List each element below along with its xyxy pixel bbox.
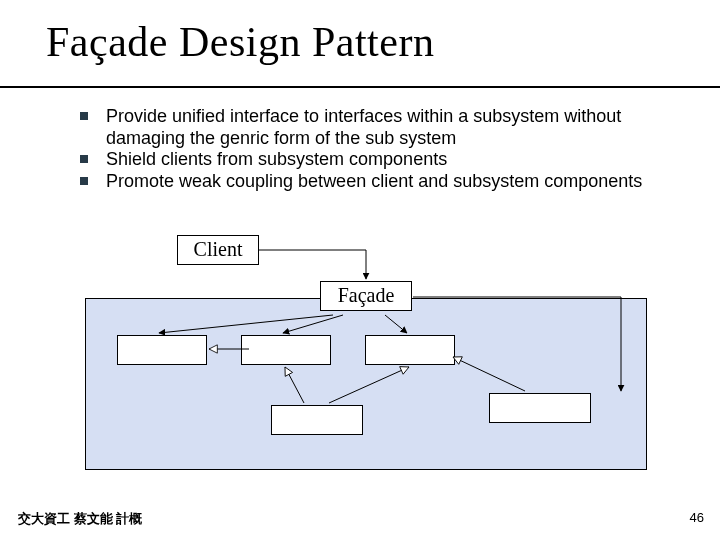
bullet-item: Promote weak coupling between client and…	[80, 171, 680, 193]
subsystem-box	[85, 298, 647, 470]
subsystem-class-box	[271, 405, 363, 435]
bullet-text: Shield clients from subsystem components	[106, 149, 680, 171]
bullet-list: Provide unified interface to interfaces …	[80, 106, 680, 192]
bullet-text: Promote weak coupling between client and…	[106, 171, 680, 193]
slide-body: Provide unified interface to interfaces …	[80, 106, 680, 192]
subsystem-class-box	[365, 335, 455, 365]
bullet-item: Shield clients from subsystem components	[80, 149, 680, 171]
page-number: 46	[690, 510, 704, 525]
slide-title: Façade Design Pattern	[46, 18, 434, 66]
footer-credit: 交大資工 蔡文能 計概	[18, 510, 142, 528]
client-box: Client	[177, 235, 259, 265]
subsystem-class-box	[117, 335, 207, 365]
bullet-item: Provide unified interface to interfaces …	[80, 106, 680, 149]
title-underline	[0, 86, 720, 88]
facade-diagram: Client Façade	[85, 235, 645, 475]
facade-box: Façade	[320, 281, 412, 311]
subsystem-class-box	[241, 335, 331, 365]
bullet-text: Provide unified interface to interfaces …	[106, 106, 680, 149]
subsystem-class-box	[489, 393, 591, 423]
